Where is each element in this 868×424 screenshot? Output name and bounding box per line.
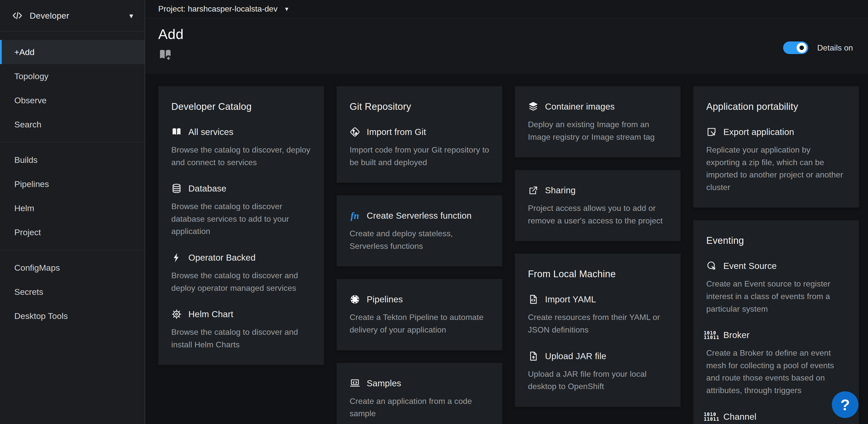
card-title: Git Repository xyxy=(350,101,489,112)
add-action-all-services[interactable]: All services xyxy=(171,127,311,137)
item-description: Create an application from a code sample xyxy=(350,395,489,420)
book-icon xyxy=(171,127,182,137)
sidebar-item-pipelines[interactable]: Pipelines xyxy=(0,172,145,196)
help-button[interactable]: ? xyxy=(832,391,859,418)
sidebar-item-topology[interactable]: Topology xyxy=(0,64,145,88)
item-label: Operator Backed xyxy=(188,253,256,263)
add-card-item: All servicesBrowse the catalog to discov… xyxy=(171,127,311,169)
project-switcher[interactable]: Project: harshcasper-localsta-dev ▾ xyxy=(158,4,288,13)
add-card-item: fnCreate Serverless functionCreate and d… xyxy=(350,210,489,252)
add-cards-grid: Developer CatalogAll servicesBrowse the … xyxy=(158,86,859,424)
add-action-operator-backed[interactable]: Operator Backed xyxy=(171,252,311,263)
sidebar-item-configmaps[interactable]: ConfigMaps xyxy=(0,256,145,280)
item-description: Project access allows you to add or remo… xyxy=(528,202,668,227)
main-content: Add Details on Developer CatalogAll serv… xyxy=(146,18,868,424)
add-action-container-images[interactable]: Container images xyxy=(528,101,668,112)
add-card: SharingProject access allows you to add … xyxy=(515,170,681,241)
add-action-database[interactable]: Database xyxy=(171,183,311,194)
card-column: Git RepositoryImport from GitImport code… xyxy=(337,86,502,424)
card-column: Container imagesDeploy an existing Image… xyxy=(515,86,681,407)
add-card-item: Event SourceCreate an Event source to re… xyxy=(706,261,846,315)
item-description: Deploy an existing Image from an Image r… xyxy=(528,118,668,143)
masthead: Project: harshcasper-localsta-dev ▾ xyxy=(146,0,868,18)
card-title: Application portability xyxy=(706,101,846,112)
toggle-knob xyxy=(797,43,807,53)
item-label: Broker xyxy=(723,330,749,340)
add-action-event-source[interactable]: Event Source xyxy=(706,261,846,271)
item-label: Create Serverless function xyxy=(367,210,472,221)
chevron-down-icon: ▾ xyxy=(129,11,133,20)
function-icon: fn xyxy=(350,210,360,221)
item-label: All services xyxy=(188,127,233,137)
page-title: Add xyxy=(158,26,854,42)
layers-icon xyxy=(528,101,538,112)
item-description: Import code from your Git repository to … xyxy=(350,144,489,169)
add-card: Container imagesDeploy an existing Image… xyxy=(515,86,681,157)
add-card-item: Container imagesDeploy an existing Image… xyxy=(528,101,668,143)
sidebar-item-project[interactable]: Project xyxy=(0,220,145,244)
add-action-samples[interactable]: Samples xyxy=(350,378,489,389)
item-label: Channel xyxy=(723,412,756,422)
add-card-item: Export applicationReplicate your applica… xyxy=(706,127,846,194)
add-action-sharing[interactable]: Sharing xyxy=(528,185,668,196)
guided-tour-book-plus-icon[interactable] xyxy=(158,48,172,62)
sidebar-nav: +AddTopologyObserveSearchBuildsPipelines… xyxy=(0,31,145,328)
details-toggle[interactable] xyxy=(783,41,808,54)
item-description: Create an Event source to register inter… xyxy=(706,278,846,315)
sidebar-item-add[interactable]: +Add xyxy=(0,40,145,64)
file-upload-icon xyxy=(528,351,538,361)
helm-icon xyxy=(171,309,182,319)
sidebar: Developer ▾ +AddTopologyObserveSearchBui… xyxy=(0,0,145,424)
item-description: Browse the catalog to discover, deploy a… xyxy=(171,144,311,169)
event-source-icon xyxy=(706,261,717,271)
add-action-pipelines[interactable]: Pipelines xyxy=(350,294,489,305)
add-card-item: Import from GitImport code from your Git… xyxy=(350,127,489,169)
add-card-item: 1010 11011ChannelCreate a Knative Channe… xyxy=(706,412,846,424)
add-action-create-serverless-function[interactable]: fnCreate Serverless function xyxy=(350,210,489,221)
nav-group: ConfigMapsSecretsDesktop Tools xyxy=(0,256,145,328)
item-label: Upload JAR file xyxy=(545,351,606,361)
add-action-upload-jar-file[interactable]: Upload JAR file xyxy=(528,351,668,361)
pipelines-icon xyxy=(350,294,360,305)
sidebar-item-observe[interactable]: Observe xyxy=(0,88,145,112)
card-title: Developer Catalog xyxy=(171,101,311,112)
add-action-helm-chart[interactable]: Helm Chart xyxy=(171,309,311,319)
file-code-icon xyxy=(528,294,538,305)
add-card-item: SamplesCreate an application from a code… xyxy=(350,378,489,420)
add-card: EventingEvent SourceCreate an Event sour… xyxy=(693,220,859,424)
item-description: Create and deploy stateless, Serverless … xyxy=(350,227,489,252)
add-action-export-application[interactable]: Export application xyxy=(706,127,846,137)
sidebar-item-desktop-tools[interactable]: Desktop Tools xyxy=(0,304,145,328)
nav-divider xyxy=(0,142,145,142)
sidebar-item-secrets[interactable]: Secrets xyxy=(0,280,145,304)
add-action-import-from-git[interactable]: Import from Git xyxy=(350,127,489,137)
perspective-switcher[interactable]: Developer ▾ xyxy=(0,0,145,31)
broker-icon: 1010 11011 xyxy=(706,330,717,340)
item-label: Helm Chart xyxy=(188,309,233,319)
details-toggle-label: Details on xyxy=(817,43,853,53)
card-title: Eventing xyxy=(706,235,846,246)
page-header: Add Details on xyxy=(146,18,868,74)
add-card: PipelinesCreate a Tekton Pipeline to aut… xyxy=(337,279,502,350)
add-card-item: Upload JAR fileUpload a JAR file from yo… xyxy=(528,351,668,393)
add-action-channel[interactable]: 1010 11011Channel xyxy=(706,412,846,422)
add-card-item: Helm ChartBrowse the catalog to discover… xyxy=(171,309,311,351)
project-label: Project: harshcasper-localsta-dev xyxy=(158,4,278,13)
chevron-down-icon: ▾ xyxy=(285,5,288,13)
add-action-import-yaml[interactable]: Import YAML xyxy=(528,294,668,305)
sidebar-item-helm[interactable]: Helm xyxy=(0,196,145,220)
item-label: Pipelines xyxy=(367,294,403,304)
item-description: Browse the catalog to discover and deplo… xyxy=(171,270,311,294)
samples-icon xyxy=(350,378,360,389)
add-card-item: 1010 11011BrokerCreate a Broker to defin… xyxy=(706,330,846,397)
item-label: Samples xyxy=(367,378,401,388)
code-icon xyxy=(11,10,23,21)
add-card-item: Import YAMLCreate resources from their Y… xyxy=(528,294,668,336)
export-icon xyxy=(706,127,717,137)
item-label: Import from Git xyxy=(367,127,426,137)
sidebar-item-builds[interactable]: Builds xyxy=(0,148,145,172)
sidebar-item-search[interactable]: Search xyxy=(0,112,145,137)
add-action-broker[interactable]: 1010 11011Broker xyxy=(706,330,846,340)
item-description: Upload a JAR file from your local deskto… xyxy=(528,368,668,393)
item-label: Event Source xyxy=(723,261,777,271)
